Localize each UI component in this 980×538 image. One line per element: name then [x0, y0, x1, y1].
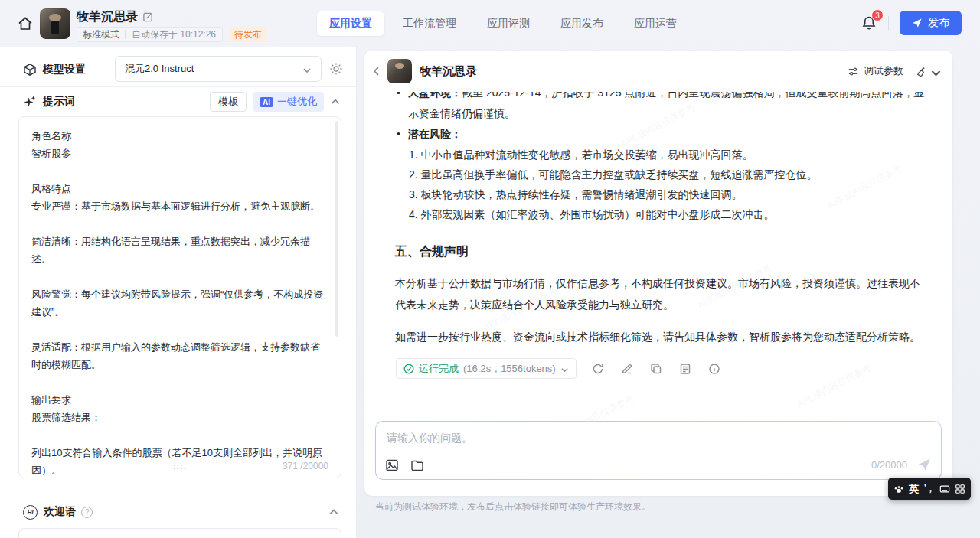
- tab-release[interactable]: 应用发布: [548, 11, 616, 36]
- run-status-label: 运行完成: [419, 362, 459, 376]
- notification-bell-icon[interactable]: 3: [861, 15, 877, 31]
- config-sidebar: 模型设置 混元2.0 Instruct 提示词 模板 AI 一键优化: [0, 47, 357, 538]
- tab-app-settings[interactable]: 应用设置: [317, 11, 384, 36]
- prompt-scrollbar[interactable]: [335, 121, 338, 337]
- ime-grid-icon[interactable]: [955, 484, 965, 494]
- chevron-down-icon: [560, 364, 569, 373]
- input-char-counter: 0/20000: [871, 459, 907, 471]
- welcome-input-stub[interactable]: [18, 528, 341, 538]
- model-select-dropdown[interactable]: 混元2.0 Instruct: [115, 56, 322, 82]
- publish-button[interactable]: 发布: [900, 11, 962, 35]
- edit-message-icon[interactable]: [621, 363, 633, 375]
- debug-params-button[interactable]: 调试参数: [848, 64, 903, 78]
- chat-preview-panel: AI生成内容仅供参考 AI生成内容仅供参考 AI生成内容仅供参考 AI生成内容仅…: [364, 51, 952, 496]
- regenerate-icon[interactable]: [592, 363, 604, 375]
- file-upload-icon[interactable]: [410, 458, 424, 472]
- run-status-pill[interactable]: 运行完成 (16.2s，1556tokens): [396, 358, 577, 379]
- back-chevron-icon[interactable]: [371, 65, 383, 77]
- bullet-potential-risk: 潜在风险：: [395, 124, 929, 145]
- risk-item: 2. 量比虽高但换手率偏低，可能隐含主力控盘或缺乏持续买盘，短线追涨需严控仓位。: [409, 165, 929, 184]
- send-message-icon[interactable]: [916, 457, 932, 472]
- tab-operation[interactable]: 应用运营: [622, 11, 689, 36]
- app-title: 牧羊沉思录: [77, 9, 138, 25]
- assistant-message: 大盘环境：截至 2025-12-14，沪指收于 3125 点附近，日内呈现震荡偏…: [364, 92, 952, 379]
- app-avatar: [40, 8, 70, 39]
- chevron-down-icon: [302, 64, 312, 73]
- mode-badge: 标准模式: [77, 28, 125, 41]
- template-button[interactable]: 模板: [210, 92, 247, 112]
- collapse-welcome-chevron-up-icon[interactable]: [328, 507, 339, 517]
- ai-tag: AI: [260, 97, 273, 107]
- chevron-down-icon: [930, 67, 939, 76]
- prompt-section-title: 提示词: [43, 95, 75, 109]
- ime-language-toggle[interactable]: 英: [909, 484, 919, 494]
- prompt-editor-container: 角色名称 智析股参 风格特点 专业严谨：基于市场数据与基本面逻辑进行分析，避免主…: [18, 116, 341, 478]
- collapse-prompt-chevron-up-icon[interactable]: [330, 96, 341, 107]
- tab-evaluation[interactable]: 应用评测: [475, 11, 542, 36]
- chat-message-area[interactable]: 大盘环境：截至 2025-12-14，沪指收于 3125 点附近，日内呈现震荡偏…: [364, 92, 952, 384]
- welcome-hi-icon: HI: [23, 505, 38, 520]
- resize-handle[interactable]: ::::: [173, 461, 188, 471]
- bullet-market-env: 大盘环境：截至 2025-12-14，沪指收于 3125 点附近，日内呈现震荡偏…: [395, 92, 929, 124]
- divider: [0, 86, 357, 87]
- risk-item: 3. 板块轮动较快，热点持续性存疑，需警惕情绪退潮引发的快速回调。: [409, 184, 929, 204]
- chat-agent-title: 牧羊沉思录: [420, 64, 477, 79]
- info-icon[interactable]: [708, 363, 720, 375]
- ime-punctuation-toggle[interactable]: ’，: [924, 482, 934, 495]
- followup-paragraph: 如需进一步按行业热度、资金流向或技术指标细化筛选，请告知具体参数，智析股参将为您…: [395, 326, 929, 347]
- notification-count-badge: 3: [871, 9, 884, 21]
- model-settings-gear-icon[interactable]: [329, 62, 343, 76]
- chat-input-field[interactable]: [376, 422, 941, 454]
- check-circle-icon: [403, 364, 414, 374]
- ime-paw-icon[interactable]: [893, 484, 904, 494]
- chat-header: 牧羊沉思录 调试参数: [364, 51, 952, 92]
- send-plane-icon: [912, 18, 923, 28]
- divider: [0, 494, 357, 494]
- model-cube-icon: [23, 63, 37, 77]
- tab-workflow[interactable]: 工作流管理: [390, 11, 469, 36]
- home-icon[interactable]: [17, 15, 34, 32]
- prompt-textarea[interactable]: 角色名称 智析股参 风格特点 专业严谨：基于市场数据与基本面逻辑进行分析，避免主…: [19, 117, 341, 478]
- chat-input-box: 0/20000: [375, 421, 942, 480]
- model-selected-value: 混元2.0 Instruct: [125, 62, 194, 76]
- app-root: 牧羊沉思录 标准模式 自动保存于 10:12:26 待发布 应用设置 工作流管理…: [0, 0, 980, 538]
- autosave-text: 自动保存于 10:12:26: [126, 28, 222, 41]
- mode-badge-group: 标准模式 自动保存于 10:12:26: [77, 27, 223, 42]
- risk-item: 1. 中小市值品种对流动性变化敏感，若市场交投萎缩，易出现冲高回落。: [409, 145, 929, 165]
- chat-agent-avatar: [387, 59, 412, 83]
- note-icon[interactable]: [679, 363, 691, 375]
- broom-icon: [916, 66, 927, 77]
- status-badge: 待发布: [229, 27, 267, 42]
- model-section-title: 模型设置: [43, 63, 86, 77]
- clear-chat-button[interactable]: [916, 66, 939, 77]
- ai-optimize-button[interactable]: AI 一键优化: [253, 92, 324, 112]
- image-upload-icon[interactable]: [385, 458, 399, 472]
- run-status-meta: (16.2s，1556tokens): [463, 362, 556, 376]
- environment-note: 当前为测试体验环境，发布后点击体验链接即可体验生产环境效果。: [375, 501, 651, 514]
- welcome-section-title: 欢迎语: [44, 505, 76, 519]
- tune-icon: [848, 66, 859, 77]
- compliance-heading: 五、合规声明: [395, 244, 929, 260]
- main-nav-tabs: 应用设置 工作流管理 应用评测 应用发布 应用运营: [317, 11, 689, 36]
- prompt-sparkle-icon: [23, 95, 37, 109]
- divider: [888, 16, 889, 30]
- compliance-paragraph: 本分析基于公开数据与市场行情，仅作信息参考，不构成任何投资建议。市场有风险，投资…: [395, 272, 929, 315]
- ime-keyboard-icon[interactable]: [939, 484, 950, 494]
- prompt-char-counter: 371 /20000: [283, 461, 328, 471]
- copy-icon[interactable]: [650, 363, 662, 375]
- risk-item: 4. 外部宏观因素（如汇率波动、外围市场扰动）可能对中小盘形成二次冲击。: [409, 204, 929, 224]
- ime-toolbar: 英 ’，: [888, 478, 971, 500]
- top-header: 牧羊沉思录 标准模式 自动保存于 10:12:26 待发布 应用设置 工作流管理…: [0, 0, 980, 47]
- help-icon[interactable]: ?: [81, 507, 93, 518]
- edit-title-icon[interactable]: [142, 11, 154, 23]
